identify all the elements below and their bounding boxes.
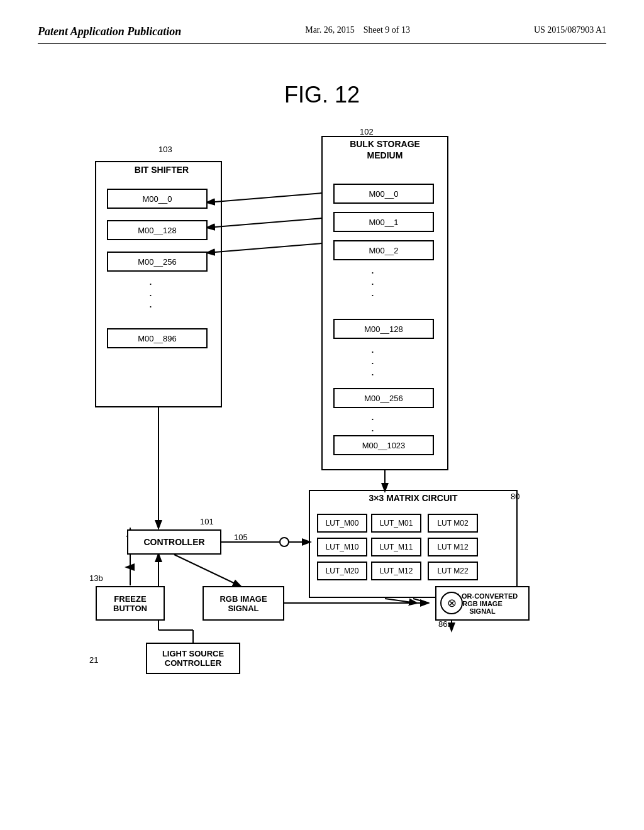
svg-line-21 — [413, 599, 429, 603]
bulk-storage-label: BULK STORAGEMEDIUM — [325, 138, 445, 161]
light-source-controller-box: LIGHT SOURCECONTROLLER — [146, 643, 240, 674]
bit-dots: ··· — [149, 278, 153, 312]
freeze-button-box: FREEZEBUTTON — [96, 586, 165, 621]
rgb-image-signal-box: RGB IMAGESIGNAL — [203, 586, 284, 621]
ref-105: 105 — [234, 533, 248, 542]
page-header: Patent Application Publication Mar. 26, … — [38, 25, 606, 44]
bulk-row-1: M00__1 — [333, 212, 434, 232]
sheet-info: Sheet 9 of 13 — [364, 25, 410, 35]
lut-m21: LUT_M12 — [371, 562, 421, 580]
bit-row-256: M00__256 — [107, 252, 208, 272]
publication-title: Patent Application Publication — [38, 25, 181, 38]
controller-box: CONTROLLER — [127, 529, 221, 555]
bulk-row-1023: M00__1023 — [333, 435, 434, 455]
ref-102: 102 — [360, 127, 374, 136]
ref-13b: 13b — [89, 573, 103, 583]
svg-line-4 — [208, 243, 322, 253]
lut-m11: LUT_M11 — [371, 538, 421, 556]
lut-m22: LUT M22 — [428, 562, 478, 580]
figure-title: FIG. 12 — [38, 82, 606, 108]
bulk-row-256: M00__256 — [333, 388, 434, 408]
bit-row-896: M00__896 — [107, 328, 208, 348]
lut-m10: LUT_M10 — [317, 538, 367, 556]
bit-row-0: M00__0 — [107, 189, 208, 209]
bulk-row-128: M00__128 — [333, 319, 434, 339]
diagram-area: 103 102 BIT SHIFTER BULK STORAGEMEDIUM M… — [77, 127, 567, 693]
lut-m02: LUT M02 — [428, 514, 478, 533]
ref-21: 21 — [89, 655, 98, 665]
ref-101: 101 — [200, 517, 214, 526]
svg-line-17 — [385, 599, 416, 603]
bulk-dots-2: ··· — [371, 346, 375, 380]
svg-point-6 — [280, 538, 289, 546]
svg-line-9 — [174, 555, 240, 586]
publication-date: Mar. 26, 2015 — [305, 25, 355, 35]
bit-row-128: M00__128 — [107, 220, 208, 240]
lut-m12: LUT M12 — [428, 538, 478, 556]
publication-date-sheet: Mar. 26, 2015 Sheet 9 of 13 — [305, 25, 410, 35]
lut-m20: LUT_M20 — [317, 562, 367, 580]
bulk-row-2: M00__2 — [333, 240, 434, 260]
bulk-dots-1: ··· — [371, 267, 375, 301]
svg-line-2 — [208, 193, 322, 202]
svg-line-3 — [208, 218, 322, 228]
lut-m00: LUT_M00 — [317, 514, 367, 533]
matrix-circuit-label: 3×3 MATRIX CIRCUIT — [313, 493, 514, 503]
lut-m01: LUT_M01 — [371, 514, 421, 533]
multiply-circle: ⊗ — [440, 592, 463, 614]
bulk-row-0: M00__0 — [333, 184, 434, 204]
bit-shifter-label: BIT SHIFTER — [111, 165, 212, 175]
page: Patent Application Publication Mar. 26, … — [0, 0, 644, 830]
ref-103: 103 — [158, 145, 172, 154]
publication-number: US 2015/087903 A1 — [534, 25, 606, 35]
ref-86a: 86a — [438, 619, 452, 629]
